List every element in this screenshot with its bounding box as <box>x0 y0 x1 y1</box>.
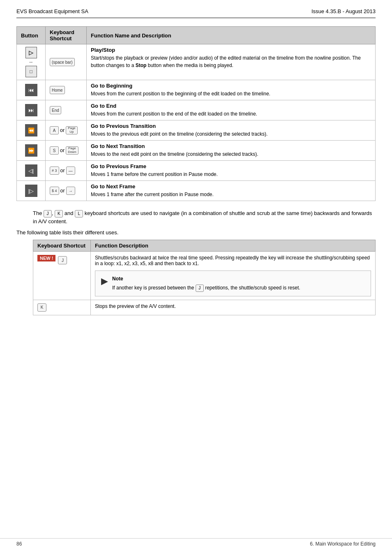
l-key-inline: L <box>75 210 83 217</box>
following-paragraph: The following table lists their differen… <box>16 229 376 236</box>
desc-body-next-frame: Moves 1 frame after the current position… <box>91 191 371 198</box>
button-cell-prev-frame: ◁| <box>17 161 46 181</box>
header-issue: Issue 4.35.B - August 2013 <box>311 8 376 14</box>
col-button: Button <box>17 27 46 44</box>
shortcut-cell2-j: NEW ! J <box>33 252 91 300</box>
note-box: ▶ Note If another key is pressed between… <box>95 271 371 296</box>
desc-cell-next-trans: Go to Next Transition Moves to the next … <box>87 141 376 161</box>
desc-cell-beginning: Go to Beginning Moves from the current p… <box>87 80 376 100</box>
button-cell-next-trans: ⏩ <box>17 141 46 161</box>
shortcut-cell-next-frame: $ 4 or → <box>46 181 87 201</box>
shortcut-cell-playstop: (space bar) <box>46 44 87 80</box>
desc-cell-prev-trans: Go to Previous Transition Moves to the p… <box>87 120 376 141</box>
go-end-icon: ⏭ <box>25 104 37 116</box>
desc-title-end: Go to End <box>91 103 371 109</box>
desc-title-prev-frame: Go to Previous Frame <box>91 163 371 169</box>
second-table: Keyboard Shortcut Function Description N… <box>33 240 376 315</box>
pagedown-key: PageDown <box>66 146 78 155</box>
button-cell-beginning: ⏮ <box>17 80 46 100</box>
col-shortcut: Keyboard Shortcut <box>46 27 87 44</box>
table-row: ▷ ↔ □ (space bar) Play/Stop Start/stops … <box>17 44 376 80</box>
dollar4-key: $ 4 <box>50 187 59 195</box>
pageup-key: PageUp <box>66 126 78 134</box>
prev-transition-icon: ⏪ <box>25 124 37 136</box>
or-text2: or <box>60 148 65 153</box>
desc-cell-end: Go to End Moves from the current positio… <box>87 100 376 120</box>
shortcut-cell-prev-trans: A or PageUp <box>46 120 87 141</box>
footer-section: 6. Main Workspace for Editing <box>310 541 376 547</box>
page-header: EVS Broadcast Equipment SA Issue 4.35.B … <box>16 8 376 18</box>
shortcut-group-next-frame: $ 4 or → <box>50 187 82 195</box>
col-function: Function Name and Description <box>87 27 376 44</box>
arrow-key: → <box>66 187 75 195</box>
page-footer: 86 6. Main Workspace for Editing <box>0 538 392 547</box>
next-transition-icon: ⏩ <box>25 144 37 157</box>
shortcut-cell-beginning: Home <box>46 80 87 100</box>
desc-title-next-trans: Go to Next Transition <box>91 143 371 149</box>
desc-body-prev-trans: Moves to the previous edit point on the … <box>91 130 371 138</box>
spacebar-key: (space bar) <box>50 58 75 66</box>
desc-body-beginning: Moves from the current position to the b… <box>91 90 371 97</box>
or-text4: or <box>60 188 65 194</box>
main-table: Button Keyboard Shortcut Function Name a… <box>16 26 376 201</box>
button-cell-playstop: ▷ ↔ □ <box>17 44 46 80</box>
hash3-key: # 3 <box>50 166 59 175</box>
col2-shortcut: Keyboard Shortcut <box>33 240 91 252</box>
desc-title-playstop: Play/Stop <box>91 47 371 53</box>
desc-title-prev-trans: Go to Previous Transition <box>91 123 371 129</box>
table-row: ◁| # 3 or — Go to Previous Frame Moves 1… <box>17 161 376 181</box>
j-key-note: J <box>196 284 204 292</box>
play-button-icon: ▷ <box>25 47 37 58</box>
home-key: Home <box>50 86 65 94</box>
desc-title-beginning: Go to Beginning <box>91 83 371 89</box>
desc-cell-j: Shuttles/scrubs backward at twice the re… <box>91 252 376 300</box>
note-text: If another key is pressed between the J … <box>112 284 300 292</box>
button-cell-prev-trans: ⏪ <box>17 120 46 141</box>
j-desc-main: Shuttles/scrubs backward at twice the re… <box>95 255 371 266</box>
shortcut-cell-prev-frame: # 3 or — <box>46 161 87 181</box>
desc-body-playstop: Start/stops the playback or preview (vid… <box>91 54 371 69</box>
shortcut-group-prev-frame: # 3 or — <box>50 166 82 175</box>
table-row: ⏪ A or PageUp Go to Previous Transition … <box>17 120 376 141</box>
table-row: ⏩ S or PageDown Go to Next Transition Mo… <box>17 141 376 161</box>
dash-key: — <box>66 166 75 175</box>
or-text3: or <box>60 168 65 173</box>
or-text: or <box>60 127 65 133</box>
button-cell-next-frame: |▷ <box>17 181 46 201</box>
page-number: 86 <box>16 541 22 547</box>
a-key: A <box>50 126 59 134</box>
table-row-j: NEW ! J Shuttles/scrubs backward at twic… <box>33 252 376 300</box>
desc-cell-next-frame: Go to Next Frame Moves 1 frame after the… <box>87 181 376 201</box>
j-key-table: J <box>58 256 67 264</box>
shortcut-cell-next-trans: S or PageDown <box>46 141 87 161</box>
shortcut-cell2-k: K <box>33 300 91 315</box>
prev-frame-icon: ◁| <box>25 164 37 177</box>
desc-cell-prev-frame: Go to Previous Frame Moves 1 frame befor… <box>87 161 376 181</box>
new-badge: NEW ! <box>37 255 55 261</box>
k-key-inline: K <box>55 210 63 217</box>
table-row: ⏭ End Go to End Moves from the current p… <box>17 100 376 120</box>
desc-cell-playstop: Play/Stop Start/stops the playback or pr… <box>87 44 376 80</box>
table-row: ⏮ Home Go to Beginning Moves from the cu… <box>17 80 376 100</box>
button-cell-end: ⏭ <box>17 100 46 120</box>
desc-body-end: Moves from the current position to the e… <box>91 110 371 118</box>
note-arrow-icon: ▶ <box>101 276 108 287</box>
note-content: Note If another key is pressed between t… <box>112 275 300 292</box>
go-beginning-icon: ⏮ <box>25 84 37 96</box>
shortcut-group-next-trans: S or PageDown <box>50 146 82 155</box>
note-title: Note <box>112 275 300 282</box>
k-key-table: K <box>37 303 46 312</box>
inter-paragraph: The J, K and L keyboard shortcuts are us… <box>33 209 376 225</box>
desc-cell-k: Stops the preview of the A/V content. <box>91 300 376 315</box>
desc-title-next-frame: Go to Next Frame <box>91 183 371 190</box>
shortcut-cell-end: End <box>46 100 87 120</box>
s-key: S <box>50 146 59 155</box>
header-company: EVS Broadcast Equipment SA <box>16 8 88 14</box>
desc-body-prev-frame: Moves 1 frame before the current positio… <box>91 171 371 178</box>
table-row: |▷ $ 4 or → Go to Next Frame Moves 1 fra… <box>17 181 376 201</box>
j-key-inline: J <box>44 210 52 217</box>
next-frame-icon: |▷ <box>25 185 37 197</box>
shortcut-group-prev-trans: A or PageUp <box>50 126 82 134</box>
table-row-k: K Stops the preview of the A/V content. <box>33 300 376 315</box>
end-key: End <box>50 106 61 114</box>
